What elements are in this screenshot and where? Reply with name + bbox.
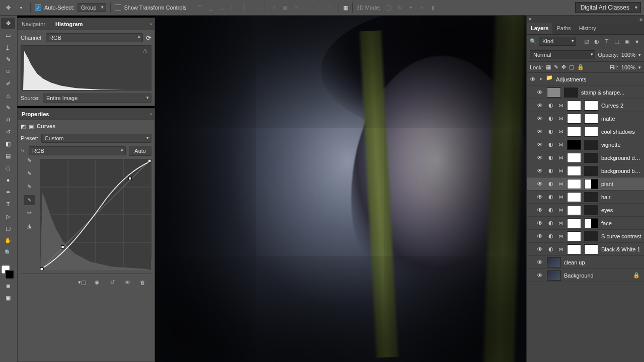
- filter-kind-select[interactable]: Kind: [539, 37, 576, 46]
- layer-row[interactable]: 👁◐⋈cool shadows: [527, 125, 644, 138]
- link-icon[interactable]: ⋈: [558, 103, 564, 108]
- visibility-icon[interactable]: 👁: [536, 167, 544, 174]
- link-icon[interactable]: ⋈: [558, 194, 564, 200]
- layer-mask[interactable]: [584, 205, 598, 215]
- workspace-select[interactable]: Digital Art Classes: [575, 2, 641, 13]
- link-icon[interactable]: ⋈: [558, 233, 564, 239]
- dodge-tool[interactable]: ●: [1, 174, 15, 186]
- align-bottom-icon[interactable]: ⎽: [217, 3, 227, 13]
- layer-row[interactable]: 👁◐⋈vignette: [527, 138, 644, 151]
- layer-mask[interactable]: [584, 127, 598, 137]
- clone-stamp-tool[interactable]: ⎙: [1, 114, 15, 125]
- lock-transparent-icon[interactable]: ▦: [546, 64, 551, 70]
- layer-row[interactable]: 👁◐⋈face: [527, 217, 644, 230]
- layer-thumb[interactable]: [547, 87, 561, 98]
- blur-tool[interactable]: ◌: [1, 162, 15, 173]
- layer-mask[interactable]: [584, 101, 598, 111]
- layer-row[interactable]: 👁◐⋈background bri...: [527, 164, 644, 177]
- link-icon[interactable]: ⋈: [558, 116, 564, 121]
- eyedropper-tool[interactable]: ✐: [1, 78, 15, 89]
- lock-brush-icon[interactable]: ✎: [554, 64, 558, 70]
- visibility-icon[interactable]: 👁: [536, 246, 544, 253]
- align-hcenter-icon[interactable]: │: [239, 3, 250, 13]
- filter-type-icon[interactable]: T: [603, 37, 611, 45]
- gradient-tool[interactable]: ▤: [1, 150, 15, 161]
- layer-name[interactable]: Curves 2: [601, 103, 642, 109]
- slide-icon[interactable]: ✧: [417, 3, 427, 13]
- visibility-icon[interactable]: 👁: [536, 154, 544, 161]
- align-top-icon[interactable]: ⎺: [195, 3, 205, 13]
- visibility-icon[interactable]: 👁: [536, 115, 544, 122]
- filter-toggle-icon[interactable]: ●: [633, 37, 641, 45]
- filter-adj-icon[interactable]: ◐: [593, 37, 601, 45]
- screen-mode-icon[interactable]: ▣: [1, 292, 15, 303]
- tool-preset-dropdown-icon[interactable]: ▾: [16, 3, 26, 13]
- histogram-tab[interactable]: Histogram: [53, 21, 85, 27]
- visibility-icon[interactable]: 👁: [529, 76, 537, 83]
- layer-thumb[interactable]: [567, 101, 581, 111]
- layer-thumb[interactable]: [567, 179, 581, 189]
- visibility-icon[interactable]: 👁: [536, 180, 544, 188]
- auto-select-mode-select[interactable]: Group: [77, 3, 106, 12]
- history-tab[interactable]: History: [575, 23, 600, 34]
- layer-row[interactable]: 👁◐⋈matte: [527, 112, 644, 125]
- chevron-down-icon[interactable]: ▾: [540, 77, 542, 81]
- visibility-icon[interactable]: 👁: [536, 220, 544, 227]
- collapse-icon[interactable]: «: [639, 16, 642, 22]
- sample-gray-icon[interactable]: ✎: [24, 169, 35, 179]
- search-icon[interactable]: 🔍: [530, 38, 537, 45]
- history-brush-tool[interactable]: ↺: [1, 126, 15, 137]
- color-swatches[interactable]: [1, 265, 15, 279]
- align-vcenter-icon[interactable]: ⎯: [206, 3, 216, 13]
- layer-row[interactable]: 👁clean up: [527, 256, 644, 269]
- link-icon[interactable]: ⋈: [558, 168, 564, 173]
- layer-mask[interactable]: [584, 179, 598, 189]
- curves-channel-select[interactable]: RGB: [29, 146, 126, 155]
- toggle-visibility-icon[interactable]: 👁: [122, 278, 132, 287]
- pen-tool[interactable]: ✒: [1, 187, 15, 198]
- hand-tool[interactable]: ✋: [1, 235, 15, 246]
- quick-select-tool[interactable]: ✎: [1, 54, 15, 65]
- filter-pixel-icon[interactable]: ▧: [583, 37, 591, 45]
- layer-thumb[interactable]: [567, 192, 581, 202]
- layer-name[interactable]: matte: [601, 116, 642, 122]
- preset-select[interactable]: Custom: [41, 134, 151, 143]
- layer-row[interactable]: 👁◐⋈eyes: [527, 204, 644, 217]
- refresh-icon[interactable]: ⟳: [146, 34, 151, 42]
- curve-histogram-icon[interactable]: ◮: [24, 221, 35, 231]
- layer-row[interactable]: 👁◐⋈Black & White 1: [527, 243, 644, 256]
- layer-thumb[interactable]: [547, 257, 561, 267]
- collapse-icon[interactable]: «: [150, 22, 152, 27]
- layer-thumb[interactable]: [547, 270, 561, 281]
- curve-pencil-icon[interactable]: ✏: [24, 208, 35, 218]
- link-icon[interactable]: ⋈: [558, 181, 564, 187]
- zoom-tool[interactable]: 🔍: [1, 247, 15, 258]
- targeted-adj-icon[interactable]: ☞: [21, 147, 26, 154]
- align-right-icon[interactable]: ⎹: [251, 3, 261, 13]
- view-previous-icon[interactable]: ◉: [92, 278, 102, 287]
- layer-name[interactable]: background dar...: [601, 155, 642, 161]
- visibility-icon[interactable]: 👁: [536, 259, 544, 266]
- visibility-icon[interactable]: 👁: [536, 89, 544, 96]
- auto-button[interactable]: Auto: [129, 146, 151, 156]
- layer-row[interactable]: 👁◐⋈background dar...: [527, 151, 644, 164]
- layer-thumb[interactable]: [567, 114, 581, 124]
- layer-name[interactable]: S curve contrast: [601, 233, 642, 239]
- distribute-vcenter-icon[interactable]: ≣: [280, 3, 290, 13]
- layer-mask[interactable]: [584, 114, 598, 124]
- layer-name[interactable]: cool shadows: [601, 129, 642, 135]
- marquee-tool[interactable]: ▭: [1, 30, 15, 41]
- layers-tab[interactable]: Layers: [527, 23, 552, 34]
- layer-mask[interactable]: [584, 244, 598, 254]
- layer-name[interactable]: eyes: [601, 207, 642, 213]
- layer-name[interactable]: Black & White 1: [601, 246, 642, 252]
- visibility-icon[interactable]: 👁: [536, 128, 544, 135]
- layer-name[interactable]: background bri...: [601, 168, 642, 174]
- layer-thumb[interactable]: [567, 205, 581, 215]
- lock-position-icon[interactable]: ✥: [561, 64, 566, 70]
- type-tool[interactable]: T: [1, 199, 15, 210]
- link-icon[interactable]: ⋈: [558, 220, 564, 226]
- channel-select[interactable]: RGB: [46, 33, 143, 42]
- visibility-icon[interactable]: 👁: [536, 102, 544, 109]
- auto-align-icon[interactable]: ▦: [343, 5, 348, 11]
